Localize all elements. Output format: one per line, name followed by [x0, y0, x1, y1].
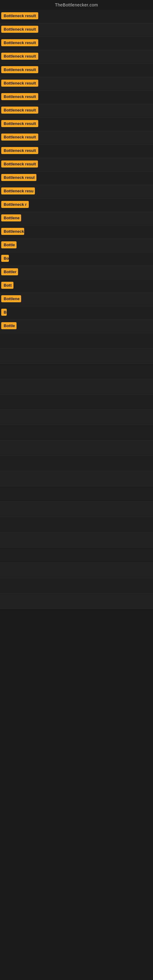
bottleneck-badge[interactable]: Bottleneck result	[1, 80, 38, 87]
result-row: Bottleneck r	[0, 199, 153, 212]
bottleneck-badge[interactable]: Bottleneck result	[1, 161, 38, 167]
result-row: Bottleneck result	[0, 50, 153, 64]
result-row: Bottleneck resul	[0, 172, 153, 185]
result-row: Bottler	[0, 266, 153, 279]
empty-row	[0, 471, 153, 486]
empty-row	[0, 547, 153, 563]
empty-row	[0, 502, 153, 517]
bottleneck-badge[interactable]: Bottleneck result	[1, 12, 38, 19]
result-row: Bottleneck result	[0, 23, 153, 37]
result-row: Bottleneck	[0, 225, 153, 239]
result-row: Bottleneck resu	[0, 185, 153, 199]
result-row: Bottleneck result	[0, 131, 153, 145]
bottleneck-badge[interactable]: Bottleneck result	[1, 26, 38, 33]
result-row: Bottle	[0, 320, 153, 333]
bottleneck-badge[interactable]: Bottleneck result	[1, 120, 38, 127]
bottleneck-badge[interactable]: Bottlene	[1, 295, 21, 302]
result-row: Bottleneck result	[0, 10, 153, 23]
empty-row	[0, 395, 153, 410]
bottleneck-badge[interactable]: Bottleneck r	[1, 201, 29, 208]
result-row: Bottleneck result	[0, 158, 153, 172]
result-row: Bottlene	[0, 293, 153, 306]
site-title: TheBottlenecker.com	[0, 0, 153, 10]
empty-row	[0, 456, 153, 471]
bottleneck-badge[interactable]: B	[1, 309, 7, 316]
empty-row	[0, 364, 153, 379]
result-row: Bottleneck result	[0, 118, 153, 131]
result-row: Bottleneck result	[0, 64, 153, 77]
empty-row	[0, 563, 153, 578]
bottleneck-badge[interactable]: Bott	[1, 282, 13, 289]
site-header: TheBottlenecker.com	[0, 0, 153, 10]
bottleneck-badge[interactable]: Bottleneck result	[1, 147, 38, 154]
bottleneck-badge[interactable]: Bottle	[1, 241, 16, 248]
empty-row	[0, 348, 153, 364]
bottleneck-badge[interactable]: Bottleneck result	[1, 134, 38, 140]
empty-row	[0, 441, 153, 456]
empty-row	[0, 333, 153, 348]
result-row: Bottle	[0, 239, 153, 252]
bottleneck-badge[interactable]: Bottle	[1, 322, 16, 329]
result-row: Bo	[0, 252, 153, 266]
empty-row	[0, 578, 153, 593]
empty-row	[0, 593, 153, 609]
bottleneck-badge[interactable]: Bottleneck result	[1, 39, 38, 46]
bottleneck-badge[interactable]: Bottler	[1, 268, 18, 275]
empty-row	[0, 410, 153, 425]
bottleneck-badge[interactable]: Bottleneck result	[1, 66, 38, 73]
bottleneck-badge[interactable]: Bottleneck resu	[1, 188, 35, 194]
empty-row	[0, 379, 153, 395]
bottleneck-badge[interactable]: Bottlene	[1, 215, 21, 221]
result-row: B	[0, 306, 153, 320]
empty-row	[0, 486, 153, 502]
results-list: Bottleneck resultBottleneck resultBottle…	[0, 10, 153, 609]
result-row: Bottleneck result	[0, 104, 153, 118]
result-row: Bottlene	[0, 212, 153, 225]
bottleneck-badge[interactable]: Bottleneck	[1, 228, 24, 235]
bottleneck-badge[interactable]: Bottleneck resul	[1, 174, 37, 181]
result-row: Bott	[0, 279, 153, 293]
bottleneck-badge[interactable]: Bottleneck result	[1, 93, 38, 100]
result-row: Bottleneck result	[0, 77, 153, 91]
empty-row	[0, 425, 153, 441]
result-row: Bottleneck result	[0, 37, 153, 50]
empty-row	[0, 532, 153, 547]
bottleneck-badge[interactable]: Bottleneck result	[1, 52, 38, 60]
bottleneck-badge[interactable]: Bo	[1, 255, 9, 262]
result-row: Bottleneck result	[0, 91, 153, 104]
empty-row	[0, 517, 153, 532]
result-row: Bottleneck result	[0, 145, 153, 158]
bottleneck-badge[interactable]: Bottleneck result	[1, 107, 38, 114]
